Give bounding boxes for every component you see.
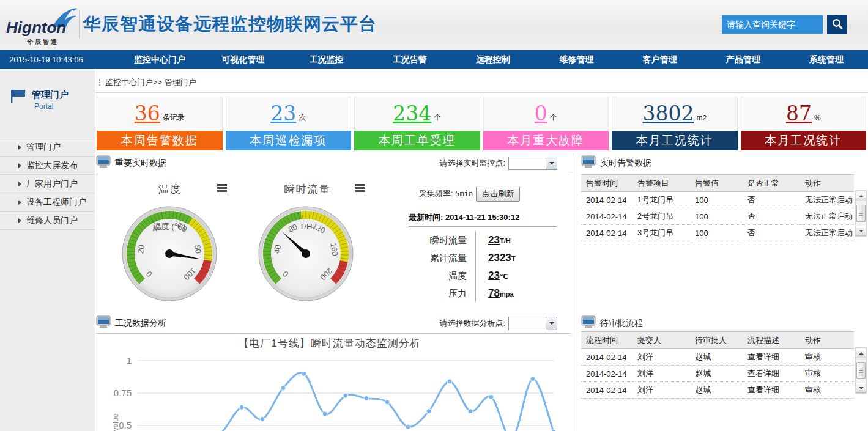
cell-review-link[interactable]: 审核: [800, 366, 854, 382]
stat-value[interactable]: 23: [270, 103, 296, 123]
temperature-gauge: 020406080100温度 (℃): [122, 207, 217, 301]
approval-table-row: 2014-02-14 刘洋 赵城 查看详细 审核: [581, 349, 854, 366]
approval-table-scrollbar[interactable]: [855, 347, 867, 394]
scroll-up-button[interactable]: [856, 348, 866, 358]
stat-number-link[interactable]: 36 条记录: [97, 97, 223, 130]
cell-view-detail-link[interactable]: 查看详细: [743, 382, 800, 399]
approval-table: 流程时间 提交人 待审批人 流程描述 动作 2014-02-14 刘洋 赵城 查…: [581, 331, 854, 399]
reading-value[interactable]: 78mpa: [476, 287, 514, 300]
col-flow-action: 动作: [800, 332, 854, 349]
alarm-panel-title: 实时告警数据: [600, 158, 651, 169]
stat-value[interactable]: 87: [786, 103, 812, 123]
logo-divider: [79, 10, 80, 38]
svg-text:80: 80: [193, 244, 203, 254]
nav-item[interactable]: 监控中心门户: [118, 50, 201, 69]
sidebar: 管理门户 Portal 管理门户 监控大屏发布 厂家用户门户: [0, 69, 95, 431]
sidebar-item[interactable]: 管理门户: [0, 138, 95, 156]
search-box: [722, 15, 847, 34]
analysis-point-select[interactable]: [508, 317, 557, 330]
analysis-point-select-label: 请选择数据分析点:: [439, 318, 505, 329]
gauge2-menu-icon[interactable]: [355, 184, 365, 192]
alarm-table-scrollbar[interactable]: [855, 190, 867, 237]
cell-submitter: 刘洋: [632, 349, 690, 366]
approval-panel-header: 待审批流程: [581, 313, 868, 333]
reading-row: 瞬时流量 23T/H: [401, 231, 557, 249]
alarm-table-header: 告警时间 告警项目 告警值 是否正常 动作: [581, 175, 854, 192]
scroll-thumb[interactable]: [856, 362, 866, 379]
refresh-button[interactable]: 点击刷新: [476, 186, 520, 202]
scroll-up-button[interactable]: [856, 191, 866, 201]
nav-items: 监控中心门户可视化管理工况监控工况告警远程控制维修管理客户管理产品管理系统管理: [118, 50, 868, 69]
cell-alarm-action: 无法正常启动: [800, 208, 854, 225]
sidebar-item[interactable]: 维修人员门户: [0, 211, 95, 230]
sidebar-item[interactable]: 厂家用户门户: [0, 174, 95, 193]
cell-submitter: 刘洋: [632, 382, 690, 399]
svg-text:value: value: [111, 413, 120, 431]
cell-alarm-time: 2014-02-14: [581, 192, 632, 208]
search-input[interactable]: [722, 15, 823, 34]
reading-value[interactable]: 23℃: [476, 270, 508, 282]
chevron-down-icon: [549, 322, 554, 325]
flow-gauge: 04080120160200T/H: [259, 207, 353, 301]
portal-header: 管理门户 Portal: [0, 69, 95, 135]
monitor-point-select[interactable]: [508, 157, 557, 170]
analysis-panel-header: 工况数据分析 请选择数据分析点:: [96, 313, 571, 333]
arrow-right-icon: [18, 200, 21, 205]
alarm-table-row: 2014-02-14 1号龙门吊 100 否 无法正常启动: [581, 192, 854, 208]
arrow-right-icon: [18, 218, 21, 223]
stat-unit: m2: [696, 114, 707, 122]
sidebar-item-label: 维修人员门户: [26, 212, 78, 229]
cell-alarm-item: 2号龙门吊: [632, 208, 690, 225]
col-submitter: 提交人: [632, 332, 690, 349]
cell-flow-time: 2014-02-14: [581, 366, 632, 382]
cell-view-detail-link[interactable]: 查看详细: [743, 349, 800, 366]
approval-table-header: 流程时间 提交人 待审批人 流程描述 动作: [581, 332, 854, 349]
gauge1-menu-icon[interactable]: [217, 184, 227, 192]
chevron-down-icon: [549, 162, 554, 164]
breadcrumb-marker-icon: [99, 79, 100, 86]
sidebar-item[interactable]: 设备工程师门户: [0, 193, 95, 211]
stat-number-link[interactable]: 3802 m2: [612, 97, 738, 130]
breadcrumb: 监控中心门户>> 管理门户: [95, 72, 868, 93]
nav-item[interactable]: 远程控制: [451, 50, 535, 69]
col-alarm-value: 告警值: [690, 175, 743, 192]
reading-value[interactable]: 23T/H: [476, 234, 511, 246]
cell-review-link[interactable]: 审核: [800, 382, 854, 399]
cell-alarm-action: 无法正常启动: [800, 225, 854, 241]
monitor-point-select-label: 请选择实时监控点:: [439, 158, 505, 169]
top-header: Hignton 华辰智通 华辰智通设备远程监控物联网云平台: [0, 0, 868, 50]
reading-label: 压力: [401, 284, 476, 302]
arrow-right-icon: [18, 182, 21, 186]
gauge1-title: 温度: [149, 182, 191, 196]
cell-view-detail-link[interactable]: 查看详细: [743, 366, 800, 382]
scroll-thumb[interactable]: [856, 205, 866, 222]
nav-item[interactable]: 工况监控: [284, 50, 368, 69]
scroll-down-button[interactable]: [856, 383, 866, 393]
line-chart-canvas: 10.750.5value: [96, 352, 567, 431]
stat-value[interactable]: 36: [135, 103, 160, 123]
reading-value[interactable]: 2323T: [476, 252, 516, 264]
cell-alarm-item: 1号龙门吊: [632, 192, 690, 208]
cell-review-link[interactable]: 审核: [800, 349, 854, 366]
nav-item[interactable]: 产品管理: [702, 50, 785, 69]
stat-value[interactable]: 0: [535, 103, 547, 123]
reading-row: 压力 78mpa: [401, 284, 557, 302]
stat-number-link[interactable]: 23 次: [226, 97, 352, 130]
svg-text:20: 20: [136, 244, 146, 254]
search-button[interactable]: [827, 15, 847, 34]
cell-alarm-normal: 否: [743, 225, 800, 241]
nav-item[interactable]: 工况告警: [368, 50, 451, 69]
stat-number-link[interactable]: 0 个: [483, 97, 609, 130]
stat-number-link[interactable]: 234 个: [354, 97, 480, 130]
sidebar-item[interactable]: 监控大屏发布: [0, 156, 95, 174]
nav-item[interactable]: 客户管理: [618, 50, 701, 69]
stat-number-link[interactable]: 87 %: [741, 97, 867, 130]
stat-value[interactable]: 234: [393, 103, 431, 123]
nav-item[interactable]: 可视化管理: [201, 50, 284, 69]
stat-label-bar: 本月工况统计: [741, 131, 867, 150]
scroll-down-button[interactable]: [856, 226, 866, 236]
stat-value[interactable]: 3802: [642, 103, 694, 123]
nav-item[interactable]: 维修管理: [535, 50, 618, 69]
nav-item[interactable]: 系统管理: [785, 50, 868, 69]
cell-flow-time: 2014-02-14: [581, 382, 632, 399]
